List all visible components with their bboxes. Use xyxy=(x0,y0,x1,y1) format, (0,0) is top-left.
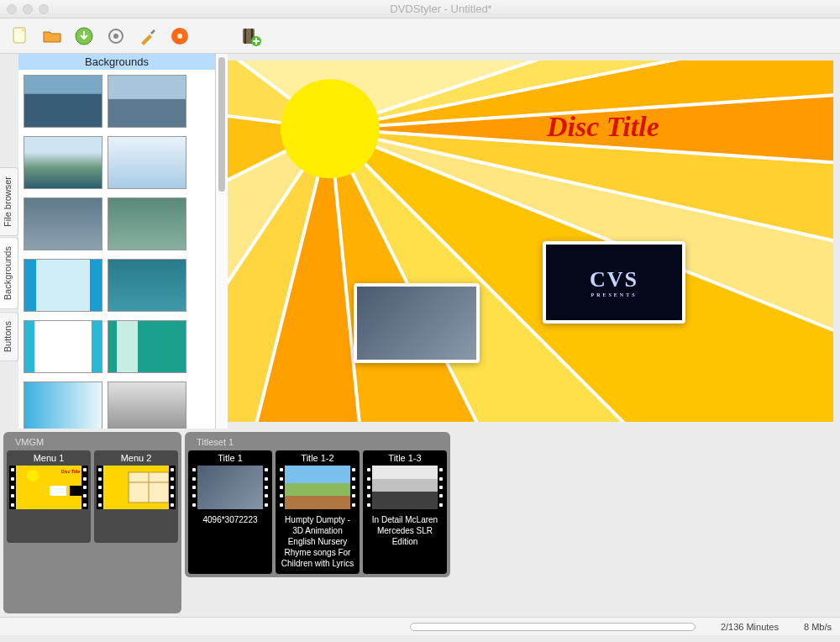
bg-thumb[interactable] xyxy=(24,136,102,189)
bg-thumb[interactable] xyxy=(24,75,102,128)
burn-disc-icon[interactable] xyxy=(166,23,193,50)
zoom-icon[interactable] xyxy=(39,4,49,14)
disc-progress xyxy=(410,623,696,631)
main-toolbar xyxy=(0,18,840,54)
title-thumb xyxy=(365,466,444,509)
titleset-group: Titleset 1 Title 1 4096*3072223 Title 1-… xyxy=(185,432,450,577)
window-title: DVDStyler - Untitled* xyxy=(49,3,833,15)
bg-thumb[interactable] xyxy=(108,382,186,429)
menu-button-1[interactable] xyxy=(354,283,480,363)
title-card[interactable]: Title 1-2 Humpty Dumpty - 3D Animation E… xyxy=(276,450,360,574)
svg-rect-27 xyxy=(50,486,66,496)
menu-card[interactable]: Menu 1 Disc Title xyxy=(7,450,91,543)
title-thumb xyxy=(278,466,357,509)
title-card[interactable]: Title 1-3 In Detail McLaren Mercedes SLR… xyxy=(363,450,447,574)
backgrounds-panel: Backgrounds xyxy=(18,54,216,429)
tab-file-browser[interactable]: File browser xyxy=(0,167,18,236)
close-icon[interactable] xyxy=(7,4,17,14)
status-bitrate: 8 Mb/s xyxy=(804,622,832,632)
bg-thumb[interactable] xyxy=(24,259,102,312)
titleset-label: Titleset 1 xyxy=(188,435,447,450)
timeline: VMGM Menu 1 Disc Title Menu 2 xyxy=(0,429,840,617)
status-bar: 2/136 Minutes 8 Mb/s xyxy=(0,617,840,635)
bg-thumb[interactable] xyxy=(108,75,186,128)
tab-buttons[interactable]: Buttons xyxy=(0,312,18,361)
window-titlebar: DVDStyler - Untitled* xyxy=(0,0,840,18)
svg-point-26 xyxy=(27,470,39,482)
bg-thumb[interactable] xyxy=(24,320,102,373)
menu-card[interactable]: Menu 2 xyxy=(94,450,178,543)
menu-button-2[interactable]: CVS PRESENTS xyxy=(543,241,685,324)
minimize-icon[interactable] xyxy=(23,4,33,14)
cvs-logo: CVS PRESENTS xyxy=(590,267,638,297)
backgrounds-grid[interactable] xyxy=(18,70,215,429)
tools-icon[interactable] xyxy=(134,23,161,50)
bg-thumb[interactable] xyxy=(24,382,102,429)
side-tabs: File browser Backgrounds Buttons xyxy=(0,54,18,429)
menu-thumb xyxy=(97,466,176,509)
menu-canvas[interactable]: Disc Title CVS PRESENTS xyxy=(228,61,833,422)
svg-point-25 xyxy=(281,79,380,178)
title-thumb xyxy=(191,466,270,509)
status-minutes: 2/136 Minutes xyxy=(721,622,779,632)
backgrounds-scrollbar[interactable] xyxy=(216,54,228,429)
bg-thumb[interactable] xyxy=(108,259,186,312)
backgrounds-panel-title: Backgrounds xyxy=(18,54,215,70)
bg-thumb[interactable] xyxy=(108,320,186,373)
sunburst-bg xyxy=(228,61,833,422)
new-doc-icon[interactable] xyxy=(7,23,34,50)
bg-thumb[interactable] xyxy=(24,197,102,250)
title-card[interactable]: Title 1 4096*3072223 xyxy=(188,450,272,574)
settings-icon[interactable] xyxy=(102,23,129,50)
add-video-icon[interactable] xyxy=(237,23,264,50)
main-area: File browser Backgrounds Buttons Backgro… xyxy=(0,54,840,429)
open-folder-icon[interactable] xyxy=(39,23,66,50)
bg-thumb[interactable] xyxy=(108,197,186,250)
menu-thumb: Disc Title xyxy=(9,466,88,509)
svg-rect-7 xyxy=(244,29,246,44)
svg-point-5 xyxy=(177,34,182,39)
vmgm-group: VMGM Menu 1 Disc Title Menu 2 xyxy=(3,432,181,613)
vmgm-label: VMGM xyxy=(7,435,178,450)
canvas-wrap: Disc Title CVS PRESENTS xyxy=(228,54,840,429)
save-icon[interactable] xyxy=(71,23,97,50)
menu-title-text[interactable]: Disc Title xyxy=(547,111,659,143)
svg-point-3 xyxy=(113,34,118,39)
tab-backgrounds[interactable]: Backgrounds xyxy=(0,237,18,309)
bg-thumb[interactable] xyxy=(108,136,186,189)
traffic-lights xyxy=(7,4,49,14)
